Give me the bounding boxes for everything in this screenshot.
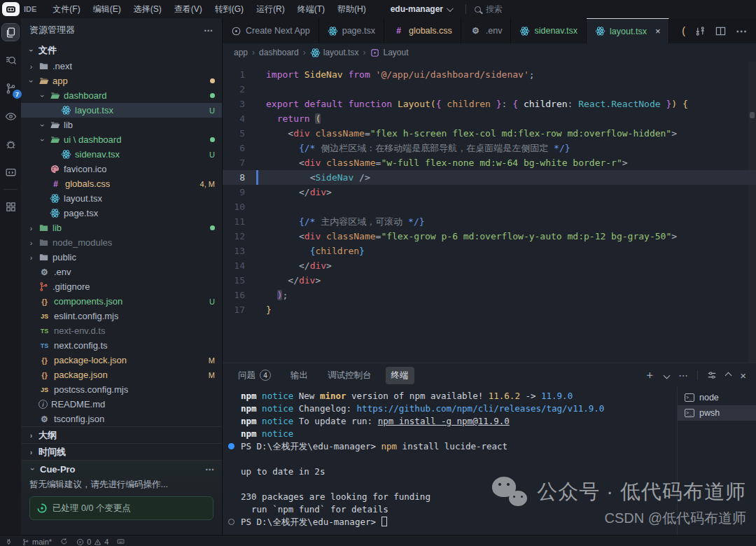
sidebar-item-explorer[interactable] [2, 24, 19, 41]
file-tree-item-app[interactable]: ›app [21, 74, 222, 88]
chevron-icon: › [27, 76, 36, 85]
terminal-session-pwsh[interactable]: >_pwsh [678, 405, 756, 421]
file-tree-item-page.tsx[interactable]: page.tsx [21, 206, 222, 220]
tab-page.tsx[interactable]: page.tsx [319, 18, 384, 43]
file-tree-item-tsconfig.json[interactable]: ⚙tsconfig.json [21, 412, 222, 426]
file-tree-item-next.config.ts[interactable]: TSnext.config.ts [21, 338, 222, 353]
terminal-profile-dropdown-icon[interactable] [664, 372, 671, 379]
file-tree-item-.gitignore[interactable]: .gitignore [21, 279, 222, 294]
files-section-header[interactable]: › 文件 [21, 42, 222, 59]
cue-pro-progress[interactable]: 已处理 0/0 个变更点 [29, 496, 214, 520]
code-line-8: 8 <SideNav /> [223, 170, 756, 185]
sync-indicator[interactable] [60, 538, 68, 545]
sidebar-item-source-control[interactable]: 7 [2, 80, 19, 97]
panel-layout-icon[interactable] [707, 370, 717, 380]
file-tree-item-node_modules[interactable]: ›node_modules [21, 235, 222, 250]
tab-layout.tsx[interactable]: layout.tsx× [587, 18, 669, 43]
remote-indicator[interactable] [6, 538, 13, 545]
explorer-icon [5, 27, 17, 38]
panel-more-button[interactable]: ⋯ [678, 370, 688, 381]
folder-icon [38, 223, 49, 233]
file-tree-item-eslint.config.mjs[interactable]: JSeslint.config.mjs [21, 309, 222, 323]
file-tree-item-lib[interactable]: ›lib [21, 220, 222, 235]
file-tree-item-README.md[interactable]: iREADME.md [21, 397, 222, 412]
menu-运行[interactable]: 运行(R) [250, 1, 291, 17]
file-tree-item-layout.tsx[interactable]: layout.tsxU [21, 103, 222, 118]
file-tree-item-dashboard[interactable]: ›dashboard [21, 88, 222, 103]
menu-文件[interactable]: 文件(F) [46, 1, 86, 17]
tab-globals.css[interactable]: #globals.css [384, 18, 461, 43]
explorer-more-button[interactable]: ⋯ [204, 25, 214, 36]
tab-sidenav.tsx[interactable]: sidenav.tsx [511, 18, 587, 43]
close-tab-icon[interactable]: × [655, 26, 661, 36]
problems-indicator[interactable]: 0 4 [76, 538, 108, 546]
sidebar-item-preview[interactable] [2, 108, 19, 125]
panel-tab-终端[interactable]: 终端 [386, 367, 414, 384]
command-decoration-icon[interactable] [228, 443, 234, 449]
file-tree-item-public[interactable]: ›public [21, 250, 222, 265]
sidebar-item-search[interactable] [2, 52, 19, 69]
timeline-section-header[interactable]: › 时间线 [21, 443, 222, 460]
search-placeholder: 搜索 [486, 4, 503, 15]
terminal-session-node[interactable]: >_node [678, 390, 756, 405]
file-tree-item-favicon.ico[interactable]: favicon.ico [21, 162, 222, 176]
sidebar-item-remote[interactable] [2, 164, 19, 181]
menu-帮助[interactable]: 帮助(H) [331, 1, 372, 17]
cue-pro-more-button[interactable]: ⋯ [205, 464, 215, 475]
menu-查看[interactable]: 查看(V) [168, 1, 209, 17]
maximize-panel-icon[interactable] [725, 372, 732, 379]
app-logo[interactable] [2, 2, 20, 16]
close-panel-icon[interactable]: × [740, 370, 746, 382]
code-line-5: 5 <div className="flex h-screen flex-col… [223, 126, 756, 141]
breadcrumb-item-Layout[interactable]: Layout [370, 48, 408, 58]
breadcrumb-item-app[interactable]: app [234, 48, 248, 57]
chevron-icon: › [38, 120, 47, 130]
file-tree-item-next-env.d.ts[interactable]: TSnext-env.d.ts [21, 323, 222, 338]
divider [465, 4, 466, 14]
sidebar-item-debug[interactable] [2, 136, 19, 153]
breadcrumb-item-dashboard[interactable]: dashboard [259, 48, 299, 57]
code-line-16: 16 ); [223, 288, 756, 302]
file-tree-item-lib[interactable]: ›lib [21, 118, 222, 132]
file-tree-item-layout.tsx[interactable]: layout.tsx [21, 191, 222, 206]
menu-终端[interactable]: 终端(T) [291, 1, 331, 17]
panel-tab-问题[interactable]: 问题4 [232, 367, 276, 384]
menu-选择[interactable]: 选择(S) [127, 1, 168, 17]
global-search[interactable]: 搜索 [475, 4, 503, 15]
file-tree-item-.next[interactable]: ›.next [21, 59, 222, 74]
tab-.env[interactable]: ⚙.env [461, 18, 512, 43]
outline-section-header[interactable]: › 大纲 [21, 426, 222, 443]
keyboard-indicator[interactable] [117, 538, 125, 545]
file-tree-item-globals.css[interactable]: #globals.css4, M [21, 176, 222, 191]
sidebar-item-extensions[interactable] [2, 198, 19, 215]
file-tree-item-package.json[interactable]: {}package.jsonM [21, 368, 222, 382]
breadcrumb-separator: › [363, 48, 365, 57]
file-tree-item-package-lock.json[interactable]: {}package-lock.jsonM [21, 353, 222, 368]
git-status-dot [210, 225, 215, 230]
new-terminal-button[interactable]: ＋ [644, 368, 655, 383]
code-editor[interactable]: 1import SideNav from '@/app/ui/dashboard… [223, 62, 756, 363]
split-editor-icon[interactable] [715, 26, 726, 36]
cue-pro-header[interactable]: › Cue-Pro ⋯ [21, 461, 222, 477]
breadcrumb-item-layout.tsx[interactable]: layout.tsx [310, 48, 359, 58]
panel-tab-调试控制台[interactable]: 调试控制台 [322, 367, 377, 384]
menu-转到[interactable]: 转到(G) [209, 1, 250, 17]
file-tree-item-components.json[interactable]: {}components.jsonU [21, 294, 222, 309]
file-tree-item-.env[interactable]: ⚙.env [21, 265, 222, 279]
git-status-dot [210, 78, 215, 83]
git-branch-indicator[interactable]: main* [22, 538, 52, 546]
project-switcher[interactable]: edu-manager [385, 3, 457, 15]
symbol-icon [370, 48, 380, 58]
compare-changes-icon[interactable] [695, 26, 706, 36]
command-decoration-icon[interactable] [228, 519, 234, 525]
code-line-14: 14 </div> [223, 258, 756, 273]
tab-Create Next App[interactable]: Create Next App [223, 18, 319, 43]
terminal-output[interactable]: npm notice New minor version of npm avai… [223, 387, 677, 535]
menu-编辑[interactable]: 编辑(E) [87, 1, 127, 17]
file-tree-item-postcss.config.mjs[interactable]: JSpostcss.config.mjs [21, 382, 222, 397]
panel-tab-输出[interactable]: 输出 [285, 367, 314, 384]
file-tree-item-ui\dashboard[interactable]: ›ui \ dashboard [21, 132, 222, 147]
editor-more-button[interactable]: ⋯ [736, 24, 748, 38]
chevron-icon: › [27, 224, 36, 232]
file-tree-item-sidenav.tsx[interactable]: sidenav.tsxU [21, 147, 222, 162]
